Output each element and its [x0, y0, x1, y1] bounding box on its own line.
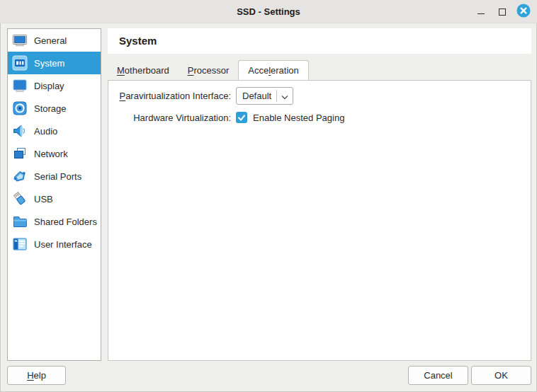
storage-icon — [12, 100, 28, 116]
sidebar-item-label: USB — [34, 194, 53, 204]
hardware-virtualization-label: Hardware Virtualization: — [108, 113, 231, 123]
close-icon — [516, 4, 531, 21]
tab-processor[interactable]: Processor — [179, 62, 239, 80]
tab-acceleration[interactable]: Acceleration — [238, 60, 309, 80]
minimize-button[interactable] — [473, 4, 489, 20]
sidebar-item-storage[interactable]: Storage — [8, 97, 101, 120]
close-button[interactable] — [516, 4, 531, 20]
sidebar-item-label: General — [34, 35, 67, 46]
minimize-icon — [477, 13, 485, 14]
user-interface-icon — [12, 236, 28, 252]
network-icon — [12, 146, 28, 161]
sidebar-item-usb[interactable]: USB — [8, 188, 101, 210]
window-title: SSD - Settings — [0, 0, 537, 23]
sidebar-item-serial-ports[interactable]: Serial Ports — [8, 165, 101, 188]
sidebar-item-display[interactable]: Display — [8, 74, 101, 97]
nested-paging-checkbox-row[interactable]: Enable Nested Paging — [236, 112, 344, 123]
hardware-virtualization-row: Hardware Virtualization: Enable Nested P… — [108, 112, 344, 123]
settings-window: SSD - Settings General System — [0, 0, 537, 392]
sidebar-item-network[interactable]: Network — [8, 142, 101, 165]
tab-bar: Motherboard Processor Acceleration — [108, 61, 309, 80]
help-button[interactable]: Help — [7, 366, 66, 385]
titlebar[interactable]: SSD - Settings — [0, 0, 537, 23]
sidebar-item-label: Network — [34, 149, 68, 159]
checkbox-checked-icon[interactable] — [236, 112, 247, 123]
chevron-down-icon — [281, 90, 288, 103]
usb-icon — [12, 191, 28, 207]
page-title: System — [108, 28, 531, 54]
ok-button[interactable]: OK — [471, 366, 531, 385]
sidebar-item-label: Audio — [34, 126, 57, 137]
paravirtualization-row: Paravirtualization Interface: Default — [108, 87, 293, 105]
sidebar-item-user-interface[interactable]: User Interface — [8, 233, 101, 255]
sidebar-item-label: Display — [34, 81, 64, 91]
sidebar-item-label: User Interface — [34, 239, 92, 250]
sidebar-item-audio[interactable]: Audio — [8, 120, 101, 142]
audio-icon — [12, 123, 28, 139]
system-icon — [12, 55, 28, 71]
window-controls — [473, 0, 531, 23]
paravirtualization-label: Paravirtualization Interface: — [108, 91, 231, 101]
maximize-icon — [499, 8, 506, 16]
display-icon — [12, 78, 28, 93]
maximize-button[interactable] — [494, 4, 510, 20]
general-icon — [12, 33, 28, 48]
shared-folders-icon — [12, 214, 28, 229]
serial-ports-icon — [12, 168, 28, 184]
cancel-button[interactable]: Cancel — [408, 366, 468, 385]
sidebar-item-label: System — [34, 58, 64, 69]
sidebar-item-label: Storage — [34, 103, 67, 114]
settings-category-list: General System Display Storage Audio — [7, 28, 101, 361]
paravirtualization-select[interactable]: Default — [236, 87, 293, 105]
sidebar-item-general[interactable]: General — [8, 29, 101, 52]
sidebar-item-system[interactable]: System — [8, 52, 101, 74]
paravirtualization-selected-value: Default — [242, 91, 276, 101]
sidebar-item-label: Shared Folders — [34, 217, 97, 227]
nested-paging-label: Enable Nested Paging — [253, 113, 344, 123]
page-title-band: System — [108, 28, 531, 54]
tab-motherboard[interactable]: Motherboard — [108, 62, 179, 80]
sidebar-item-shared-folders[interactable]: Shared Folders — [8, 210, 101, 233]
sidebar-item-label: Serial Ports — [34, 171, 81, 182]
acceleration-panel: Paravirtualization Interface: Default Ha… — [108, 80, 531, 361]
